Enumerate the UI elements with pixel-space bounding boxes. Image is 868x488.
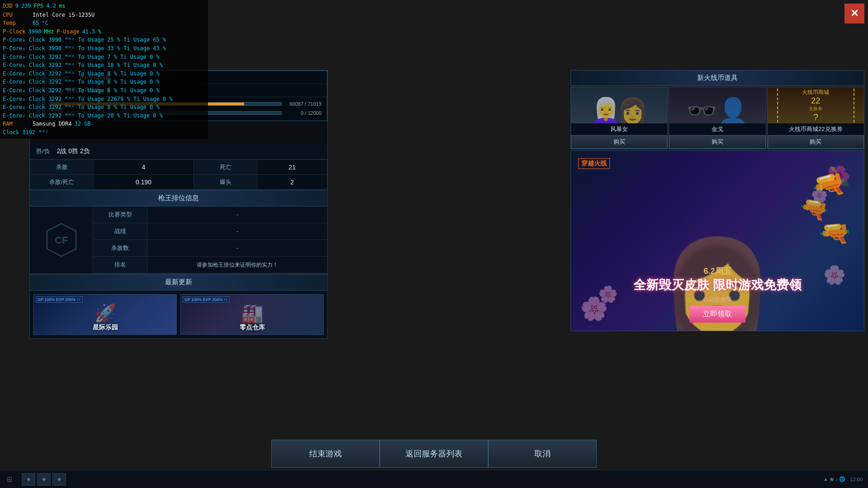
kills-val: 4 (94, 160, 194, 175)
headshots-val: 2 (257, 175, 327, 190)
taskbar-app-1[interactable]: ◈ (22, 473, 35, 486)
xp-vals: 60097 / 71013 (285, 101, 321, 107)
hud-ram-model: Samsung DDR4 (33, 120, 72, 128)
headshots-label: 爆头 (194, 175, 257, 190)
cf-logo-icon: CF (43, 222, 80, 258)
gun-king-area: CF 比赛类型 - 战绩 - 杀敌数 - 排名 请参加枪王排位来证明你的实力！ (30, 206, 327, 273)
fc-item-3-name: 火线币商城22兑换券 (768, 123, 864, 135)
hud-ram-size: 32 GB (75, 120, 91, 128)
hud-core-1: P-Core₁ Clock 3990 ᴹᴴᶻ To Usage 33 % Ti … (3, 44, 166, 53)
update-card-2[interactable]: 🏭 GP 100% EXP 200% ↑↑ 零点仓库 (180, 294, 324, 335)
svg-text:CF: CF (55, 235, 68, 246)
taskbar-apps: ◈ ◈ ◈ (18, 470, 818, 488)
wl-section: 胜/负 2战 0胜 2负 (30, 144, 327, 160)
gk-record-val: - (147, 224, 327, 239)
hud-cpu-model: Intel Core i5-1235U (33, 11, 94, 19)
ad-date: 6.2周五 (633, 266, 802, 277)
hud-core-2: E-Core₀ Clock 3292 ᴹᴴᶻ To Usage 7 % Ti U… (3, 53, 160, 61)
hud-core-8: E-Core₆ Clock 3292 ᴹᴴᶻ To Usage 8 % Ti U… (3, 103, 160, 112)
fire-vals: 0 / 12000 (285, 110, 321, 116)
hud-pusage-label: P-Usage (57, 28, 80, 36)
hud-cpu-label: CPU (3, 11, 30, 19)
ad-title: 全新毁灭皮肤 限时游戏免费领 (633, 277, 802, 294)
return-server-button[interactable]: 返回服务器列表 (380, 440, 488, 468)
cancel-button[interactable]: 取消 (488, 440, 597, 468)
hud-d3d-label: D3D (3, 2, 13, 10)
hud-ms-val: 4.2 (46, 2, 56, 10)
hud-core-9: E-Core₇ Clock 3292 ᴹᴴᶻ To Usage 20 % Ti … (3, 112, 163, 120)
hud-pusage-unit: % (98, 28, 101, 36)
close-icon: ✕ (850, 8, 859, 19)
gun-king-title: 枪王排位信息 (30, 190, 327, 206)
hud-core-3: E-Core₁ Clock 3292 ᴹᴴᶻ To Usage 18 % Ti … (3, 61, 163, 70)
fire-coin-items: 👩‍🦳 👩 风暴女 购买 🕶️ 👤 金戈 购买 (571, 87, 864, 149)
hud-clock2: Clock 3192 ᴹᴴᶻ (3, 128, 48, 137)
hud-pclock-val: 3990 (28, 28, 42, 36)
right-panel: 新火线币道具 👩‍🦳 👩 风暴女 购买 🕶️ 👤 金戈 (571, 70, 864, 331)
end-game-button[interactable]: 结束游戏 (271, 440, 380, 468)
update-card-1[interactable]: 🚀 GP 100% EXP 200% ↑↑ 星际乐园 (33, 294, 177, 335)
gk-kills-val: - (147, 241, 327, 255)
fc-item-3-img: 火线币商城 22 兑换券 ? (768, 87, 864, 123)
taskbar: ⊞ ◈ ◈ ◈ ▲ ◉ ♪ 🌐 12:00 (0, 470, 868, 488)
ad-sub: · 心花怒放季 · (633, 296, 802, 304)
hud-temp-unit: °C (42, 19, 48, 28)
update-cards: 🚀 GP 100% EXP 200% ↑↑ 星际乐园 🏭 GP 100% EXP… (30, 291, 327, 338)
kills-label: 杀敌 (30, 160, 94, 175)
kd-label: 杀敌/死亡 (30, 175, 94, 190)
hud-pclock-unit: MHz (44, 28, 54, 36)
hud-overlay: D3D 9 239 FPS 4.2 ms CPU Intel Core i5-1… (0, 0, 208, 139)
ad-logo: 穿越火线 (578, 158, 610, 169)
hud-pusage-val: 41.5 (82, 28, 95, 36)
fc-item-2-img: 🕶️ 👤 (669, 87, 765, 123)
fc-item-2: 🕶️ 👤 金戈 购买 (669, 87, 766, 149)
hud-fps-val: 239 (21, 2, 31, 10)
deaths-label: 死亡 (194, 160, 257, 175)
hud-core-5: E-Core₃ Clock 3292 ᴹᴴᶻ To Usage 8 % Ti U… (3, 78, 160, 86)
hud-core-7: E-Core₅ Clock 3292 ᴹᴴᶻ To Usage 22679 % … (3, 95, 173, 103)
taskbar-clock: 12:00 (850, 477, 863, 482)
gk-record-label: 战绩 (93, 223, 147, 239)
gk-rank-label: 排名 (93, 257, 147, 273)
kd-val: 0.190 (94, 175, 194, 190)
hud-ms-label: ms (59, 2, 65, 10)
deaths-val: 21 (257, 160, 327, 175)
stats-table: 杀敌 4 死亡 21 杀敌/死亡 0.190 爆头 2 (30, 160, 327, 190)
card2-gp-badge: GP 100% EXP 200% ↑↑ (183, 296, 230, 303)
card1-gp-badge: GP 100% EXP 200% ↑↑ (36, 296, 83, 303)
taskbar-start[interactable]: ⊞ (0, 475, 18, 483)
ad-claim-button[interactable]: 立即领取 (689, 306, 745, 323)
hud-core-6: E-Core₄ Clock 3292 ᴹᴴᶻ To Usage 6 % Ti U… (3, 86, 160, 95)
fc-buy-btn-2[interactable]: 购买 (669, 135, 765, 149)
fc-buy-btn-1[interactable]: 购买 (571, 135, 667, 149)
fire-coin-header: 新火线币道具 (571, 70, 864, 86)
taskbar-time: ▲ ◉ ♪ 🌐 (823, 476, 846, 482)
fc-buy-btn-3[interactable]: 购买 (768, 135, 864, 149)
gk-kills-label: 杀敌数 (93, 240, 147, 256)
latest-update-section: 最新更新 🚀 GP 100% EXP 200% ↑↑ 星际乐园 🏭 GP 100… (30, 273, 327, 338)
bottom-buttons-area: 结束游戏 返回服务器列表 取消 (271, 440, 597, 468)
close-button[interactable]: ✕ (844, 4, 864, 23)
fc-item-2-name: 金戈 (669, 123, 765, 135)
gk-match-type-label: 比赛类型 (93, 206, 147, 223)
card2-title: 零点仓库 (181, 324, 323, 332)
hud-pclock-label: P-Clock (3, 28, 26, 36)
hud-core-4: E-Core₂ Clock 3292 ᴹᴴᶻ To Usage 8 % Ti U… (3, 70, 160, 78)
hud-fps-label: FPS (34, 2, 44, 10)
gk-rank-val: 请参加枪王排位来证明你的实力！ (147, 257, 327, 273)
hud-temp-val: 65 (33, 19, 39, 28)
taskbar-sys-tray: ▲ ◉ ♪ 🌐 12:00 (818, 476, 868, 482)
hud-core-0: P-Core₀ Clock 3990 ᴹᴴᶻ To Usage 25 % Ti … (3, 36, 166, 44)
wl-label: 胜/负 (36, 147, 50, 155)
gun-king-icon: CF (30, 206, 93, 273)
fc-item-1-img: 👩‍🦳 👩 (571, 87, 667, 123)
update-title: 最新更新 (30, 274, 327, 291)
gun-king-stats: 比赛类型 - 战绩 - 杀敌数 - 排名 请参加枪王排位来证明你的实力！ (93, 206, 327, 273)
wl-val: 2战 0胜 2负 (57, 147, 90, 155)
taskbar-app-3[interactable]: ◈ (52, 473, 66, 486)
fc-item-1: 👩‍🦳 👩 风暴女 购买 (571, 87, 668, 149)
taskbar-app-2[interactable]: ◈ (37, 473, 51, 486)
hud-d3d-val: 9 (15, 2, 19, 10)
gk-match-type-val: - (147, 207, 327, 222)
hud-ram-label: RAM (3, 120, 30, 128)
